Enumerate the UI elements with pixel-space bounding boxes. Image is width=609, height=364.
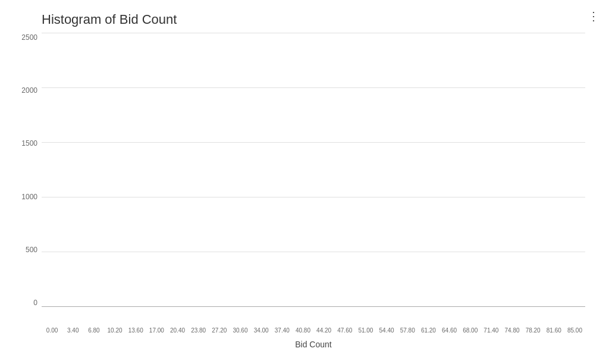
grid-and-bars: 0.003.406.8010.2013.6017.0020.4023.8027.… — [42, 33, 585, 307]
x-axis-label: 51.00 — [355, 327, 376, 334]
x-axis-label: 3.40 — [62, 327, 83, 334]
chart-area: 05001000150020002500 0.003.406.8010.2013… — [42, 33, 585, 307]
x-axis-label: 85.00 — [564, 327, 585, 334]
x-axis-label: 81.60 — [544, 327, 564, 334]
x-axis-line — [42, 306, 585, 307]
x-axis-label: 10.20 — [104, 327, 125, 334]
y-axis-label: 1000 — [9, 193, 37, 201]
x-axis-label: 68.00 — [460, 327, 481, 334]
x-axis-label: 27.20 — [209, 327, 230, 334]
y-axis-label: 0 — [9, 299, 37, 307]
x-axis-label: 20.40 — [167, 327, 188, 334]
x-axis-label: 64.60 — [439, 327, 460, 334]
x-axis-label: 71.40 — [481, 327, 501, 334]
x-axis-label: 74.80 — [501, 327, 522, 334]
chart-title: Histogram of Bid Count — [42, 12, 585, 27]
x-axis-label: 54.40 — [376, 327, 397, 334]
y-axis-label: 2000 — [9, 86, 37, 95]
x-axis-label: 6.80 — [83, 327, 104, 334]
x-axis-label: 40.80 — [293, 327, 313, 334]
x-axis-label: 44.20 — [313, 327, 334, 334]
x-axis-label: 34.00 — [251, 327, 272, 334]
x-axis-label: 47.60 — [334, 327, 355, 334]
x-axis-labels: 0.003.406.8010.2013.6017.0020.4023.8027.… — [42, 327, 585, 334]
x-axis-label: 23.80 — [188, 327, 209, 334]
y-axis-label: 500 — [9, 246, 37, 254]
y-axis-label: 1500 — [9, 139, 37, 148]
chart-container: Histogram of Bid Count ⋮ 050010001500200… — [0, 0, 609, 364]
x-axis-title: Bid Count — [42, 340, 585, 349]
x-axis-label: 57.80 — [397, 327, 418, 334]
x-axis-label: 78.20 — [523, 327, 544, 334]
x-axis-label: 30.60 — [230, 327, 250, 334]
x-axis-label: 37.40 — [272, 327, 293, 334]
x-axis-label: 13.60 — [125, 327, 146, 334]
bars-area — [42, 33, 585, 307]
y-axis-label: 2500 — [9, 33, 37, 42]
x-axis-label: 61.20 — [418, 327, 439, 334]
x-axis-label: 0.00 — [42, 327, 62, 334]
x-axis-label: 17.00 — [146, 327, 167, 334]
y-axis-labels: 05001000150020002500 — [9, 33, 37, 307]
more-options-icon[interactable]: ⋮ — [588, 9, 600, 23]
